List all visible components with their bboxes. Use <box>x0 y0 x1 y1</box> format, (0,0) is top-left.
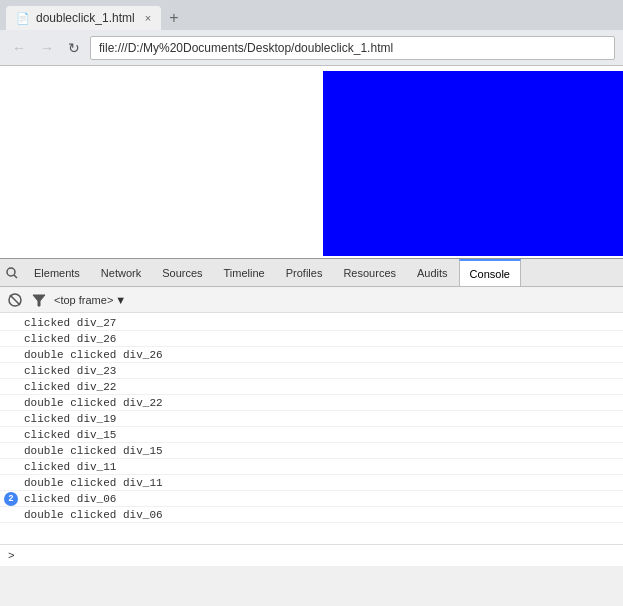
svg-line-3 <box>10 295 20 305</box>
svg-line-1 <box>14 275 17 278</box>
console-line: clicked div_19 <box>0 411 623 427</box>
back-button[interactable]: ← <box>8 38 30 58</box>
console-prompt: > <box>8 550 15 562</box>
console-input[interactable] <box>19 550 615 562</box>
console-line: double clicked div_06 <box>0 507 623 523</box>
browser-chrome: 📄 doubleclick_1.html × + ← → ↻ <box>0 0 623 66</box>
console-output: clicked div_27clicked div_26double click… <box>0 313 623 544</box>
filter-button[interactable] <box>30 291 48 309</box>
console-line: 2clicked div_06 <box>0 491 623 507</box>
devtools-tab-bar: Elements Network Sources Timeline Profil… <box>0 259 623 287</box>
url-input[interactable] <box>90 36 615 60</box>
frame-label: <top frame> <box>54 294 113 306</box>
search-icon[interactable] <box>4 265 20 281</box>
console-line: clicked div_15 <box>0 427 623 443</box>
console-line: double clicked div_15 <box>0 443 623 459</box>
reload-button[interactable]: ↻ <box>64 38 84 58</box>
console-input-row: > <box>0 544 623 566</box>
tab-close-button[interactable]: × <box>145 12 151 24</box>
svg-marker-4 <box>33 295 45 306</box>
tab-timeline[interactable]: Timeline <box>214 259 276 286</box>
address-bar: ← → ↻ <box>0 30 623 66</box>
tab-bar: 📄 doubleclick_1.html × + <box>0 0 623 30</box>
svg-point-0 <box>7 268 15 276</box>
tab-icon: 📄 <box>16 12 30 25</box>
clear-console-button[interactable] <box>6 291 24 309</box>
console-line: clicked div_11 <box>0 459 623 475</box>
devtools-panel: Elements Network Sources Timeline Profil… <box>0 258 623 566</box>
tab-resources[interactable]: Resources <box>333 259 407 286</box>
tab-elements[interactable]: Elements <box>24 259 91 286</box>
console-line: clicked div_26 <box>0 331 623 347</box>
tab-console[interactable]: Console <box>459 259 521 286</box>
new-tab-button[interactable]: + <box>161 5 186 31</box>
blue-rectangle <box>323 71 623 256</box>
tab-profiles[interactable]: Profiles <box>276 259 334 286</box>
console-line: double clicked div_22 <box>0 395 623 411</box>
active-tab[interactable]: 📄 doubleclick_1.html × <box>6 6 161 30</box>
console-line: double clicked div_11 <box>0 475 623 491</box>
page-content <box>0 66 623 258</box>
tab-sources[interactable]: Sources <box>152 259 213 286</box>
console-line: clicked div_22 <box>0 379 623 395</box>
tab-label: doubleclick_1.html <box>36 11 135 25</box>
tab-network[interactable]: Network <box>91 259 152 286</box>
console-line: clicked div_23 <box>0 363 623 379</box>
console-toolbar: <top frame> ▼ <box>0 287 623 313</box>
frame-dropdown-icon: ▼ <box>115 294 126 306</box>
console-line: clicked div_27 <box>0 315 623 331</box>
frame-selector[interactable]: <top frame> ▼ <box>54 294 126 306</box>
tab-audits[interactable]: Audits <box>407 259 459 286</box>
console-line: double clicked div_26 <box>0 347 623 363</box>
forward-button[interactable]: → <box>36 38 58 58</box>
